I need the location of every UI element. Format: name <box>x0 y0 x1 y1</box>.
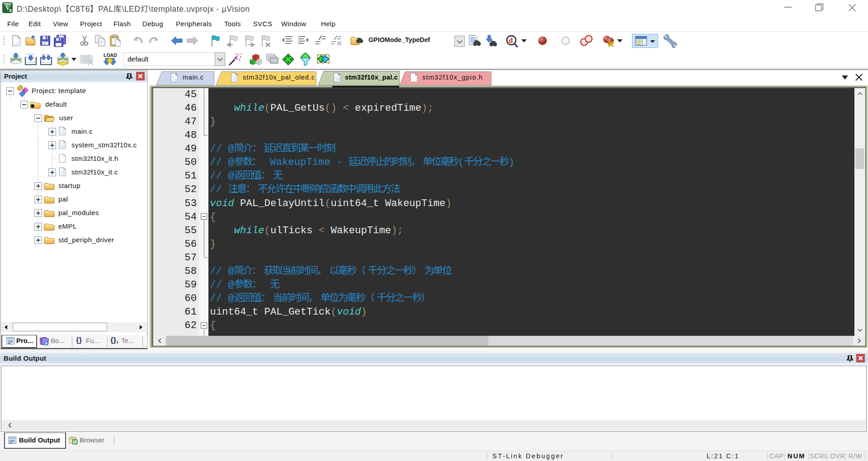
svg-text:d: d <box>509 36 513 45</box>
svg-text:s: s <box>9 7 12 13</box>
svg-text:LOAD: LOAD <box>104 52 117 58</box>
svg-text:?: ? <box>45 342 47 346</box>
